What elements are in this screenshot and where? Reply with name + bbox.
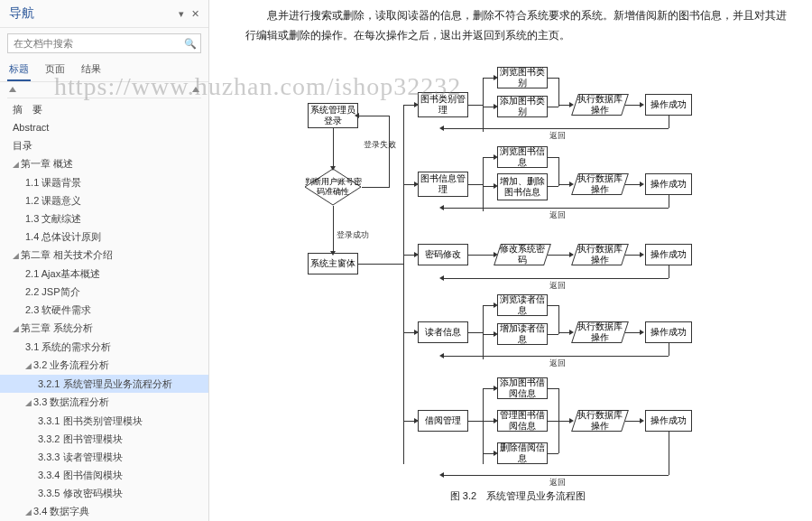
- tree-item[interactable]: 1.3 文献综述: [0, 209, 208, 228]
- tree-item[interactable]: ◢3.4 数据字典: [0, 502, 208, 521]
- flow-box: 添加图书借阅信息: [497, 377, 548, 399]
- tab-pages[interactable]: 页面: [43, 59, 67, 81]
- flow-box: 执行数据库操作: [571, 410, 629, 432]
- outline-tree: 摘 要 Abstract 目录 ◢第一章 概述 1.1 课题背景 1.2 课题意…: [0, 98, 208, 521]
- tree-item-selected[interactable]: 3.2.1 系统管理员业务流程分析: [0, 375, 208, 393]
- flow-box: 系统主窗体: [308, 253, 358, 274]
- flow-box: 增加读者信息: [497, 323, 548, 345]
- flow-box: 执行数据库操作: [571, 321, 629, 343]
- flow-label: 返回: [549, 358, 566, 369]
- flow-box: 删除借阅信息: [497, 442, 548, 464]
- flow-box: 执行数据库操作: [571, 94, 629, 116]
- caret-icon: ◢: [13, 157, 21, 172]
- flow-box: 系统管理员登录: [308, 103, 358, 128]
- flow-box: 密码修改: [418, 244, 468, 265]
- flowchart: 系统管理员登录 判断用户账号密码准确性 系统主窗体 登录成功 登录失败 图书类别…: [261, 52, 775, 486]
- flow-label: 返回: [549, 477, 566, 488]
- tree-item[interactable]: 1.2 课题意义: [0, 191, 208, 209]
- flow-box: 浏览读者信息: [497, 294, 548, 316]
- flow-box: 修改系统密码: [494, 244, 551, 265]
- tree-item[interactable]: ◢第一章 概述: [0, 154, 208, 173]
- flow-decision: 判断用户账号密码准确性: [304, 168, 362, 206]
- flow-box: 浏览图书类别: [497, 67, 548, 88]
- nav-tabs: 标题 页面 结果: [0, 59, 208, 82]
- flow-box: 图书信息管理: [418, 172, 468, 197]
- flow-box: 操作成功: [645, 244, 692, 265]
- tree-item[interactable]: ◢第二章 相关技术介绍: [0, 246, 208, 265]
- tree-item[interactable]: 目录: [0, 136, 208, 154]
- flow-box: 借阅管理: [418, 410, 468, 432]
- flow-box: 浏览图书信息: [497, 146, 548, 168]
- flow-box: 执行数据库操作: [571, 173, 629, 195]
- flow-box: 操作成功: [645, 410, 692, 432]
- flow-box: 图书类别管理: [418, 92, 468, 117]
- tree-item[interactable]: 3.3.1 图书类别管理模块: [0, 412, 208, 430]
- tree-item[interactable]: ◢3.3 数据流程分析: [0, 393, 208, 412]
- search-box: 🔍: [7, 33, 201, 53]
- tree-item[interactable]: 3.3.4 图书借阅模块: [0, 466, 208, 484]
- tree-item[interactable]: 1.4 总体设计原则: [0, 228, 208, 246]
- tree-item[interactable]: 3.1 系统的需求分析: [0, 338, 208, 356]
- caret-icon: ◢: [13, 248, 21, 263]
- tree-item[interactable]: 1.1 课题背景: [0, 173, 208, 191]
- flow-box: 添加图书类别: [497, 96, 548, 117]
- flow-label: 登录失败: [364, 139, 396, 151]
- tree-item[interactable]: 2.3 软硬件需求: [0, 301, 208, 319]
- search-input[interactable]: [8, 34, 180, 52]
- tree-item[interactable]: 3.3.3 读者管理模块: [0, 448, 208, 466]
- navigation-panel: 导航 ▾ ✕ 🔍 标题 页面 结果 摘 要 Abstract 目录 ◢第一章 概…: [0, 0, 209, 521]
- flow-box: 读者信息: [418, 321, 468, 343]
- tree-item[interactable]: 摘 要: [0, 100, 208, 118]
- tree-item[interactable]: 2.2 JSP简介: [0, 283, 208, 301]
- flow-label: 返回: [549, 280, 566, 292]
- caret-icon: ◢: [25, 358, 33, 373]
- search-icon[interactable]: 🔍: [180, 34, 200, 52]
- close-icon[interactable]: ✕: [191, 8, 199, 20]
- nav-title: 导航: [9, 5, 34, 22]
- tree-item[interactable]: 2.1 Ajax基本概述: [0, 265, 208, 283]
- flow-box: 管理图书借阅信息: [497, 410, 548, 432]
- caret-icon: ◢: [25, 505, 33, 519]
- flow-box: 操作成功: [645, 94, 692, 116]
- chevron-down-icon[interactable]: ▾: [179, 8, 184, 20]
- flow-label: 返回: [549, 209, 566, 221]
- document-area: 息并进行搜索或删除，读取阅读器的信息，删除不符合系统要求的系统。新增借阅新的图书…: [209, 0, 812, 521]
- flow-box: 增加、删除图书信息: [497, 173, 548, 200]
- tree-item[interactable]: 3.3.5 修改密码模块: [0, 484, 208, 502]
- caret-icon: ◢: [25, 395, 33, 410]
- paragraph: 息并进行搜索或删除，读取阅读器的信息，删除不符合系统要求的系统。新增借阅新的图书…: [245, 5, 790, 45]
- tree-item[interactable]: ◢3.2 业务流程分析: [0, 356, 208, 375]
- tab-headings[interactable]: 标题: [7, 59, 31, 81]
- figure-caption: 图 3.2 系统管理员业务流程图: [245, 489, 790, 503]
- flow-label: 返回: [549, 130, 566, 142]
- tree-item[interactable]: 3.3.2 图书管理模块: [0, 430, 208, 448]
- flow-box: 操作成功: [645, 321, 692, 343]
- tab-results[interactable]: 结果: [79, 59, 103, 81]
- caret-icon: ◢: [13, 321, 21, 336]
- tree-item[interactable]: ◢第三章 系统分析: [0, 319, 208, 338]
- tree-item[interactable]: Abstract: [0, 118, 208, 136]
- flow-label: 登录成功: [337, 229, 369, 241]
- flow-box: 执行数据库操作: [571, 244, 629, 265]
- nav-header: 导航 ▾ ✕: [0, 0, 208, 28]
- search-container: 🔍: [0, 28, 208, 59]
- flow-box: 操作成功: [645, 173, 692, 195]
- outline-indent-ruler: [7, 84, 201, 98]
